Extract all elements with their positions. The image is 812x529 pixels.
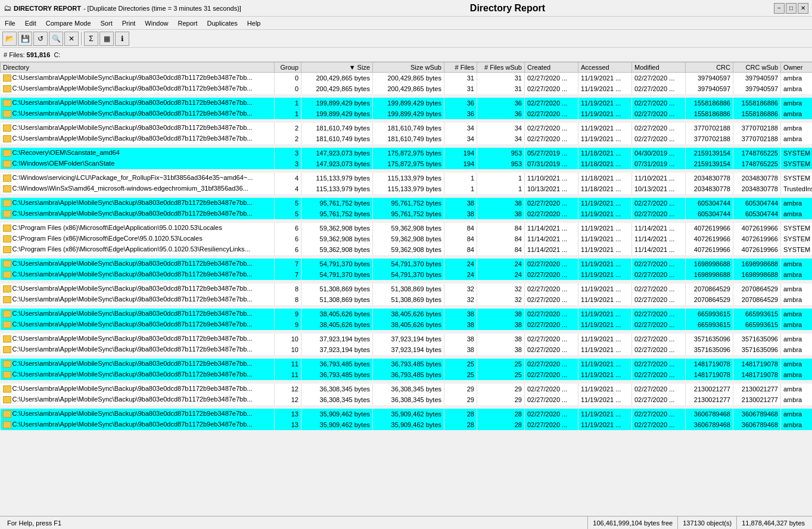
cell-11: ambra — [781, 73, 813, 83]
col-files[interactable]: # Files — [444, 63, 477, 73]
cell-11: ambra — [781, 359, 813, 369]
folder-icon — [3, 135, 11, 142]
col-created[interactable]: Created — [525, 63, 578, 73]
toolbar-sum[interactable]: Σ — [84, 32, 98, 46]
col-group[interactable]: Group — [275, 63, 301, 73]
table-row[interactable]: C:\Windows\WinSxS\amd64_microsoft-window… — [1, 183, 813, 194]
menu-print[interactable]: Print — [120, 19, 138, 27]
table-row[interactable]: C:\Users\ambra\Apple\MobileSync\Backup\9… — [1, 198, 813, 209]
cell-2: 200,429,865 bytes — [301, 73, 373, 83]
table-row[interactable]: C:\Users\ambra\Apple\MobileSync\Backup\9… — [1, 98, 813, 108]
menu-sort[interactable]: Sort — [98, 19, 115, 27]
cell-3: 35,909,462 bytes — [373, 409, 444, 419]
table-row[interactable]: C:\Windows\servicing\LCU\Package_for_Rol… — [1, 173, 813, 183]
title-bar: 🗂 DIRECTORY REPORT - [Duplicate Director… — [0, 0, 812, 17]
folder-icon — [3, 371, 11, 378]
toolbar-stop[interactable]: ✕ — [64, 32, 79, 46]
main-content[interactable]: Directory Group ▼ Size Size wSub # Files… — [0, 62, 812, 516]
cell-6: 02/27/2020 ... — [525, 98, 578, 108]
cell-9: 3770702188 — [686, 123, 733, 133]
col-size-wsub[interactable]: Size wSub — [373, 63, 444, 73]
maximize-button[interactable]: □ — [786, 3, 797, 14]
table-row[interactable]: C:\Users\ambra\Apple\MobileSync\Backup\9… — [1, 384, 813, 394]
cell-1: 0 — [275, 83, 301, 94]
toolbar-open[interactable]: 📂 — [2, 32, 17, 46]
cell-4: 1 — [444, 183, 477, 194]
cell-6: 02/27/2020 ... — [525, 344, 578, 355]
cell-9: 665993615 — [686, 309, 733, 319]
cell-2: 37,923,194 bytes — [301, 334, 373, 344]
cell-7: 11/19/2021 ... — [578, 98, 632, 108]
close-button[interactable]: ✕ — [798, 3, 808, 14]
toolbar-grid[interactable]: ▦ — [99, 32, 114, 46]
col-accessed[interactable]: Accessed — [578, 63, 632, 73]
minimize-button[interactable]: − — [774, 3, 785, 14]
table-row[interactable]: C:\Users\ambra\Apple\MobileSync\Backup\9… — [1, 334, 813, 344]
cell-10: 3770702188 — [733, 133, 781, 144]
menu-window[interactable]: Window — [142, 19, 170, 27]
cell-5: 24 — [477, 269, 525, 280]
cell-3: 35,909,462 bytes — [373, 419, 444, 430]
table-row[interactable]: C:\Users\ambra\Apple\MobileSync\Backup\9… — [1, 269, 813, 280]
table-row[interactable]: C:\Program Files (x86)\Microsoft\Edge\Ap… — [1, 244, 813, 255]
cell-9: 397940597 — [686, 83, 733, 94]
col-size[interactable]: ▼ Size — [301, 63, 373, 73]
cell-10: 1698998688 — [733, 269, 781, 280]
table-row[interactable]: C:\Users\ambra\Apple\MobileSync\Backup\9… — [1, 133, 813, 144]
cell-4: 32 — [444, 284, 477, 294]
cell-directory: C:\Users\ambra\Apple\MobileSync\Backup\9… — [1, 108, 275, 119]
cell-9: 1558186886 — [686, 98, 733, 108]
table-row[interactable]: C:\Program Files (x86)\Microsoft\Edge\Ap… — [1, 223, 813, 234]
table-row[interactable]: C:\Users\ambra\Apple\MobileSync\Backup\9… — [1, 73, 813, 83]
table-row[interactable]: C:\Users\ambra\Apple\MobileSync\Backup\9… — [1, 123, 813, 133]
table-row[interactable]: C:\Recovery\OEM\Scanstate_amd643147,923,… — [1, 148, 813, 158]
cell-5: 31 — [477, 73, 525, 83]
col-owner[interactable]: Owner — [781, 63, 813, 73]
table-row[interactable]: C:\Users\ambra\Apple\MobileSync\Backup\9… — [1, 369, 813, 380]
table-row[interactable]: C:\Users\ambra\Apple\MobileSync\Backup\9… — [1, 259, 813, 269]
table-row[interactable]: C:\Users\ambra\Apple\MobileSync\Backup\9… — [1, 409, 813, 419]
table-row[interactable]: C:\Users\ambra\Apple\MobileSync\Backup\9… — [1, 108, 813, 119]
menu-file[interactable]: File — [2, 19, 18, 27]
cell-directory: C:\Users\ambra\Apple\MobileSync\Backup\9… — [1, 198, 275, 209]
title-bar-right[interactable]: − □ ✕ — [774, 3, 808, 14]
cell-3: 59,362,908 bytes — [373, 223, 444, 234]
menu-edit[interactable]: Edit — [23, 19, 39, 27]
table-row[interactable]: C:\Users\ambra\Apple\MobileSync\Backup\9… — [1, 359, 813, 369]
toolbar-info[interactable]: ℹ — [115, 32, 129, 46]
col-modified[interactable]: Modified — [632, 63, 686, 73]
cell-1: 2 — [275, 133, 301, 144]
table-row[interactable]: C:\Users\ambra\Apple\MobileSync\Backup\9… — [1, 419, 813, 430]
table-row[interactable]: C:\Users\ambra\Apple\MobileSync\Backup\9… — [1, 394, 813, 405]
table-row[interactable]: C:\Users\ambra\Apple\MobileSync\Backup\9… — [1, 209, 813, 219]
cell-5: 1 — [477, 173, 525, 183]
cell-4: 25 — [444, 359, 477, 369]
col-crc-wsub[interactable]: CRC wSub — [733, 63, 781, 73]
menu-duplicates[interactable]: Duplicates — [205, 19, 240, 27]
menu-help[interactable]: Help — [245, 19, 263, 27]
cell-6: 02/27/2020 ... — [525, 123, 578, 133]
menu-report[interactable]: Report — [175, 19, 200, 27]
cell-5: 38 — [477, 198, 525, 209]
table-row[interactable]: C:\Windows\OEMFolder\ScanState3147,923,0… — [1, 158, 813, 169]
table-row[interactable]: C:\Users\ambra\Apple\MobileSync\Backup\9… — [1, 284, 813, 294]
table-row[interactable]: C:\Users\ambra\Apple\MobileSync\Backup\9… — [1, 83, 813, 94]
col-directory[interactable]: Directory — [1, 63, 275, 73]
toolbar-refresh[interactable]: ↺ — [33, 32, 48, 46]
toolbar-search[interactable]: 🔍 — [49, 32, 63, 46]
table-row[interactable]: C:\Users\ambra\Apple\MobileSync\Backup\9… — [1, 319, 813, 330]
table-row[interactable]: C:\Users\ambra\Apple\MobileSync\Backup\9… — [1, 344, 813, 355]
col-crc[interactable]: CRC — [686, 63, 733, 73]
table-row[interactable]: C:\Program Files (x86)\Microsoft\EdgeCor… — [1, 234, 813, 244]
cell-1: 10 — [275, 344, 301, 355]
menu-compare-mode[interactable]: Compare Mode — [43, 19, 94, 27]
folder-icon — [3, 210, 11, 217]
table-row[interactable]: C:\Users\ambra\Apple\MobileSync\Backup\9… — [1, 294, 813, 305]
cell-10: 2034830778 — [733, 173, 781, 183]
cell-directory: C:\Program Files (x86)\Microsoft\Edge\Ap… — [1, 223, 275, 234]
table-row[interactable]: C:\Users\ambra\Apple\MobileSync\Backup\9… — [1, 309, 813, 319]
cell-4: 25 — [444, 369, 477, 380]
col-files-wsub[interactable]: # Files wSub — [477, 63, 525, 73]
cell-4: 1 — [444, 173, 477, 183]
toolbar-save[interactable]: 💾 — [18, 32, 32, 46]
